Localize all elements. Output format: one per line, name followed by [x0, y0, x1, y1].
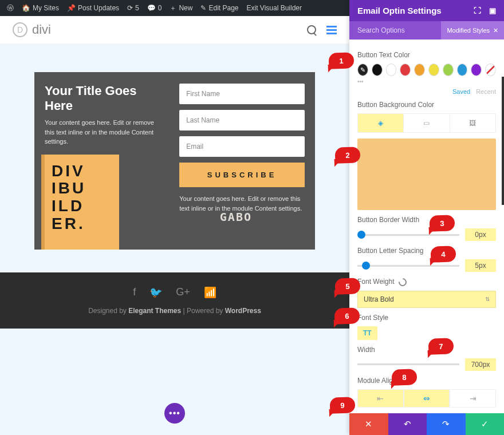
- font-weight-label: Font Weight: [357, 278, 496, 286]
- font-style-label: Font Style: [357, 314, 496, 322]
- footer-credits: Designed by Elegant Themes | Powered by …: [0, 307, 349, 315]
- panel-scrollbar[interactable]: [502, 77, 504, 205]
- width-label: Width: [357, 346, 496, 354]
- book-image: DIVIBUILDER.: [45, 155, 119, 250]
- swatch-white[interactable]: [386, 64, 397, 76]
- width-value[interactable]: 700px: [465, 358, 496, 371]
- modified-styles-tab[interactable]: Modified Styles ✕: [441, 21, 504, 39]
- wp-logo[interactable]: ⓦ: [3, 0, 17, 16]
- comments-count[interactable]: 💬 0: [144, 0, 166, 16]
- swatch-blue[interactable]: [457, 64, 468, 76]
- swatch-purple[interactable]: [471, 64, 482, 76]
- letter-spacing-label: Button Letter Spacing: [357, 247, 496, 255]
- first-name-field[interactable]: First Name: [179, 84, 305, 104]
- logo-icon: D: [13, 22, 27, 37]
- chevron-icon: ⇅: [485, 296, 490, 302]
- module-title: Your Title Goes Here: [45, 84, 159, 113]
- site-logo[interactable]: D divi: [13, 22, 51, 37]
- border-width-slider[interactable]: [357, 234, 459, 236]
- align-left[interactable]: ⇤: [357, 389, 404, 408]
- dock-icon[interactable]: ▣: [489, 6, 496, 15]
- font-style-uppercase[interactable]: TT: [357, 326, 377, 340]
- undo-button[interactable]: ↶: [388, 413, 427, 435]
- button-bg-label: Button Background Color: [357, 101, 496, 109]
- swatch-yellow[interactable]: [428, 64, 439, 76]
- email-field[interactable]: Email: [179, 136, 305, 157]
- site-header: D divi: [0, 16, 349, 43]
- redo-button[interactable]: ↷: [427, 413, 466, 435]
- builder-fab[interactable]: •••: [164, 403, 185, 424]
- swatch-orange[interactable]: [414, 64, 425, 76]
- button-text-color-label: Button Text Color: [357, 51, 496, 59]
- site-footer: f 🐦 G+ 📶 Designed by Elegant Themes | Po…: [0, 272, 349, 329]
- font-weight-select[interactable]: Ultra Bold⇅: [357, 291, 496, 308]
- close-icon[interactable]: ✕: [493, 27, 498, 34]
- cancel-button[interactable]: ✕: [349, 413, 388, 435]
- saved-colors[interactable]: Saved: [452, 88, 470, 95]
- edit-page[interactable]: ✎ Edit Page: [197, 0, 242, 16]
- last-name-field[interactable]: Last Name: [179, 110, 305, 130]
- letter-spacing-slider[interactable]: [357, 265, 459, 267]
- swatch-red[interactable]: [400, 64, 411, 76]
- post-updates[interactable]: 📌 Post Updates: [64, 0, 123, 16]
- bg-gradient-tab[interactable]: ▭: [404, 114, 450, 132]
- rss-icon[interactable]: 📶: [204, 286, 216, 299]
- swatch-black[interactable]: [372, 64, 383, 76]
- swatch-green[interactable]: [443, 64, 454, 76]
- color-picker-swatch[interactable]: ✎: [357, 64, 368, 76]
- google-plus-icon[interactable]: G+: [176, 286, 190, 299]
- align-right[interactable]: ⇥: [450, 389, 496, 408]
- page-preview: D divi Your Title Goes Here Your content…: [0, 16, 349, 435]
- email-optin-module[interactable]: Your Title Goes Here Your content goes h…: [34, 72, 315, 250]
- bg-color-tab[interactable]: ◈: [358, 114, 404, 132]
- bg-type-tabs: ◈ ▭ 🖼: [357, 113, 496, 133]
- panel-footer: ✕ ↶ ↷ ✓: [349, 413, 504, 435]
- twitter-icon[interactable]: 🐦: [149, 286, 162, 299]
- bg-image-tab[interactable]: 🖼: [450, 114, 495, 132]
- settings-panel: Email Optin Settings ⛶ ▣ Search Options …: [349, 0, 504, 435]
- new-content[interactable]: ＋ New: [166, 0, 196, 16]
- module-subtitle: Your content goes here. Edit or remove t…: [45, 118, 159, 147]
- save-button[interactable]: ✓: [466, 413, 505, 435]
- watermark: GABO: [220, 210, 252, 224]
- bg-color-preview[interactable]: [357, 139, 496, 210]
- module-alignment-label: Module Alignment: [357, 377, 496, 385]
- recent-colors[interactable]: Recent: [476, 88, 496, 95]
- exit-visual-builder[interactable]: Exit Visual Builder: [243, 0, 306, 16]
- width-slider[interactable]: [357, 363, 459, 365]
- expand-icon[interactable]: ⛶: [474, 6, 481, 15]
- panel-title: Email Optin Settings: [357, 6, 442, 15]
- color-swatches: ✎: [357, 64, 496, 76]
- more-swatches[interactable]: •••: [357, 78, 496, 85]
- swatch-none[interactable]: [485, 64, 496, 76]
- search-options[interactable]: Search Options: [357, 26, 441, 34]
- align-center[interactable]: ⇔: [404, 389, 450, 408]
- border-width-label: Button Border Width: [357, 216, 496, 224]
- menu-icon[interactable]: [326, 26, 337, 34]
- search-icon[interactable]: [307, 25, 316, 34]
- letter-spacing-value[interactable]: 5px: [465, 259, 496, 272]
- my-sites[interactable]: 🏠 My Sites: [18, 0, 62, 16]
- facebook-icon[interactable]: f: [133, 286, 136, 299]
- subscribe-button[interactable]: SUBSCRIBE: [179, 163, 305, 187]
- border-width-value[interactable]: 0px: [465, 228, 496, 241]
- refresh-count[interactable]: ⟳ 5: [124, 0, 143, 16]
- reset-icon[interactable]: [397, 276, 408, 288]
